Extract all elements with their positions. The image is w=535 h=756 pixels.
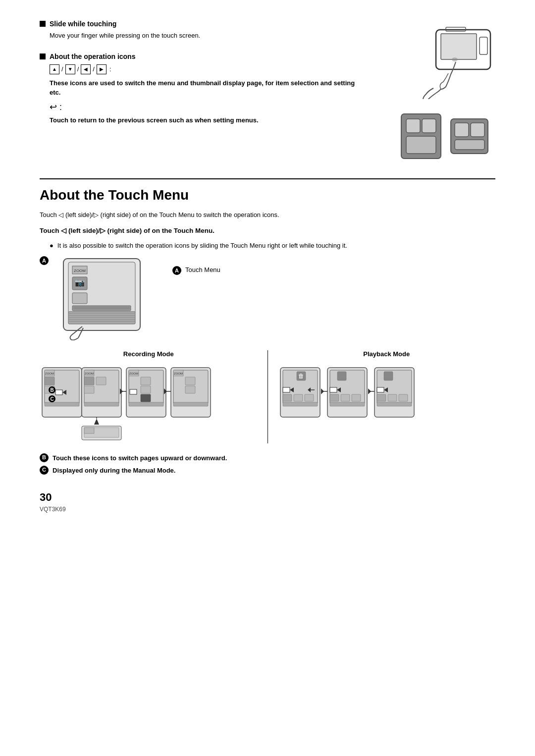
bullet-dot: ● (50, 241, 54, 251)
operation-icons-section: About the operation icons ▲ / ▼ / ◀ / ▶ … (40, 53, 367, 125)
svg-text:ZOOM: ZOOM (129, 372, 138, 375)
svg-rect-70 (130, 389, 137, 394)
svg-rect-83 (283, 394, 292, 401)
right-icon: ▶ (97, 64, 107, 74)
slide-heading: Slide while touching (40, 20, 367, 28)
svg-rect-12 (455, 140, 484, 150)
circle-c: C (40, 466, 49, 475)
svg-rect-7 (422, 119, 436, 133)
up-icon: ▲ (50, 64, 59, 74)
bold-instruction: Touch ◁ (left side)/▷ (right side) of on… (40, 225, 495, 236)
svg-rect-45 (84, 402, 119, 406)
circle-a: A (172, 266, 181, 275)
svg-rect-85 (305, 394, 314, 401)
icons-bold-text2: Touch to return to the previous screen s… (50, 115, 367, 125)
touch-menu-label-text: Touch Menu (185, 266, 220, 273)
svg-rect-58 (129, 402, 163, 406)
single-diagram: A (40, 256, 153, 340)
svg-text:ZOOM: ZOOM (174, 372, 183, 375)
svg-rect-55 (141, 377, 151, 385)
svg-rect-57 (141, 394, 151, 402)
svg-rect-90 (330, 387, 337, 392)
button-panel-illustration (396, 109, 495, 163)
svg-rect-94 (352, 394, 361, 401)
svg-rect-84 (294, 394, 303, 401)
note-b: B Touch these icons to switch pages upwa… (40, 453, 495, 464)
note-c-text: Displayed only during the Manual Mode. (53, 466, 175, 476)
svg-rect-86 (283, 402, 318, 406)
svg-rect-25 (72, 293, 87, 304)
bullet-item: ● It is also possible to switch the oper… (50, 241, 495, 251)
svg-rect-56 (141, 386, 151, 393)
svg-rect-8 (406, 136, 436, 154)
svg-rect-42 (84, 377, 94, 385)
camera-touch-illustration (396, 20, 495, 99)
svg-rect-36 (55, 390, 62, 395)
svg-rect-103 (399, 394, 408, 401)
svg-rect-43 (96, 377, 106, 385)
svg-text:ZOOM: ZOOM (85, 372, 94, 375)
svg-rect-104 (377, 402, 412, 406)
nav-icons-row: ▲ / ▼ / ◀ / ▶ : (50, 64, 367, 74)
main-title: About the Touch Menu (40, 187, 495, 203)
note-b-text: Touch these icons to switch pages upward… (53, 453, 227, 464)
circle-b: B (40, 453, 49, 462)
touch-menu-section: About the Touch Menu Touch ◁ (left side)… (40, 178, 495, 513)
model-number: VQT3K69 (40, 506, 495, 513)
svg-rect-101 (377, 394, 386, 401)
svg-rect-79 (283, 387, 290, 392)
bullet-square2 (40, 54, 46, 59)
svg-text:C: C (50, 396, 54, 402)
playback-section: Playback Mode 🗑 (268, 350, 496, 443)
svg-text:📷: 📷 (75, 278, 85, 287)
diagram-a-container: A (40, 256, 153, 340)
svg-text:ZOOM: ZOOM (45, 372, 54, 375)
svg-rect-50 (84, 428, 94, 433)
svg-rect-92 (330, 394, 339, 401)
slide-heading-text: Slide while touching (50, 20, 116, 28)
page-number: 30 (40, 491, 495, 504)
svg-text:ZOOM: ZOOM (74, 269, 86, 273)
svg-rect-6 (406, 119, 420, 133)
circle-a-label: A (40, 256, 49, 265)
svg-rect-95 (330, 402, 365, 406)
touch-menu-device-svg: ZOOM 📷 (54, 256, 153, 340)
svg-rect-63 (185, 377, 195, 385)
left-icon: ◀ (81, 64, 91, 74)
svg-rect-33 (45, 377, 54, 385)
right-illustrations (386, 20, 495, 163)
svg-rect-65 (173, 402, 208, 406)
intro-span: Touch ◁ (left side)/▷ (right side) of on… (40, 211, 279, 218)
intro-text: Touch ◁ (left side)/▷ (right side) of on… (40, 210, 495, 220)
slide-text: Move your finger while pressing on the t… (50, 31, 367, 41)
recording-mode-label: Recording Mode (40, 350, 258, 358)
svg-rect-11 (471, 123, 484, 137)
svg-rect-99 (377, 387, 384, 392)
left-content: Slide while touching Move your finger wh… (40, 20, 367, 163)
svg-point-4 (452, 57, 458, 61)
down-icon: ▼ (65, 64, 75, 74)
svg-rect-1 (441, 34, 477, 59)
page-content: Slide while touching Move your finger wh… (40, 20, 495, 513)
svg-rect-35 (45, 402, 79, 406)
recording-mode-svg: ZOOM ZOOM (40, 363, 238, 442)
svg-rect-102 (388, 394, 397, 401)
operation-icons-heading-text: About the operation icons (50, 53, 135, 60)
footer-notes: B Touch these icons to switch pages upwa… (40, 453, 495, 476)
diagrams-area: A (40, 256, 495, 340)
playback-mode-svg: 🗑 (278, 363, 427, 442)
recording-section: Recording Mode ZOOM (40, 350, 268, 443)
svg-rect-26 (72, 306, 131, 311)
icons-bold-text1: These icons are used to switch the menu … (50, 78, 367, 98)
touch-menu-label: A Touch Menu (172, 256, 220, 275)
return-icon: ↩ : (50, 102, 367, 112)
slide-while-touching-section: Slide while touching Move your finger wh… (40, 20, 367, 41)
svg-rect-44 (84, 386, 94, 393)
svg-rect-10 (455, 123, 469, 137)
top-section: Slide while touching Move your finger wh… (40, 20, 495, 163)
bullet-square (40, 21, 46, 27)
svg-marker-46 (94, 419, 99, 425)
bullet-text: It is also possible to switch the operat… (57, 241, 347, 251)
svg-text:🗑: 🗑 (298, 373, 304, 379)
note-c: C Displayed only during the Manual Mode. (40, 466, 495, 476)
